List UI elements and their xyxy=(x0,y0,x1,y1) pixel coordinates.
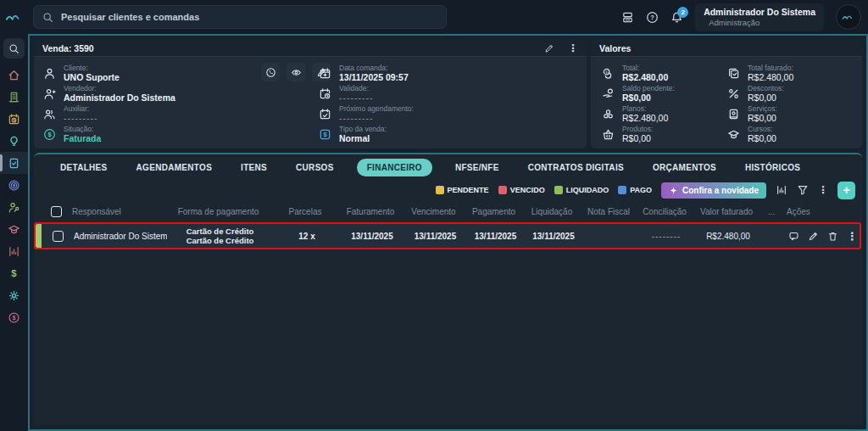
sidebar-item-automation[interactable] xyxy=(0,284,28,306)
tab-itens[interactable]: ITENS xyxy=(241,159,267,176)
field-value: R$0,00 xyxy=(622,133,653,144)
edit-icon[interactable] xyxy=(544,43,554,53)
tab-agendamentos[interactable]: AGENDAMENTOS xyxy=(136,159,213,176)
field-value: --------- xyxy=(64,113,97,124)
field-value: R$2.480,00 xyxy=(622,72,668,83)
field-value: R$0,00 xyxy=(748,92,784,104)
sidebar-item-courses[interactable] xyxy=(0,218,28,240)
main-content: Venda: 3590 ⋮ Cliente:UNO Suporte xyxy=(28,34,868,431)
user-name: Administrador Do Sistema xyxy=(704,7,815,18)
field-saldo-pendente: Saldo pendente:R$0,00 xyxy=(601,83,726,104)
user-menu[interactable]: Administrador Do Sistema Administração xyxy=(695,3,824,31)
bell-icon[interactable]: 2 xyxy=(670,11,683,24)
venda-title: Venda: 3590 xyxy=(42,43,94,53)
dollar-icon: $ xyxy=(8,267,20,280)
sidebar-item-reports[interactable] xyxy=(0,240,28,262)
valores-body: ¢ Total:R$2.480,00 Saldo pendente:R$0,00… xyxy=(591,57,862,148)
tab-orcamentos[interactable]: ORÇAMENTOS xyxy=(653,159,716,176)
venda-panel: Venda: 3590 ⋮ Cliente:UNO Suporte xyxy=(34,40,587,148)
comment-icon[interactable] xyxy=(788,231,799,242)
home-icon xyxy=(8,69,20,81)
legend-vencido: VENCIDO xyxy=(498,186,545,194)
tab-contratos-digitais[interactable]: CONTRATOS DIGITAIS xyxy=(528,159,624,176)
field-value: Normal xyxy=(339,133,387,144)
sidebar-item-targets[interactable] xyxy=(0,174,28,196)
col-liquidacao: Liquidação xyxy=(522,207,581,216)
field-cliente: Cliente:UNO Suporte xyxy=(42,63,297,83)
whatsapp-icon[interactable] xyxy=(261,63,280,81)
valores-panel-header: Valores xyxy=(591,40,862,57)
field-label: Produtos: xyxy=(622,125,653,133)
help-icon[interactable]: ? xyxy=(646,11,659,24)
services-icon xyxy=(726,108,740,120)
graduation-icon xyxy=(726,128,740,141)
sidebar-item-agenda[interactable] xyxy=(0,108,28,130)
col-acoes: Ações xyxy=(783,207,862,216)
field-total: ¢ Total:R$2.480,00 xyxy=(601,63,726,83)
topbar: ? 2 Administrador Do Sistema Administraç… xyxy=(0,0,868,34)
avatar[interactable] xyxy=(836,4,861,30)
sidebar-item-finance[interactable]: $ xyxy=(0,306,28,328)
novidade-button[interactable]: Confira a novidade xyxy=(661,182,766,199)
field-label: Situação: xyxy=(64,125,101,133)
bar-chart-icon[interactable] xyxy=(776,184,787,196)
search-input[interactable] xyxy=(61,12,437,22)
delete-icon[interactable] xyxy=(827,231,838,242)
sidebar: $ $ xyxy=(0,34,28,431)
hand-money-icon xyxy=(601,87,615,100)
sidebar-item-home[interactable] xyxy=(0,64,28,86)
kebab-menu-icon[interactable]: ⋮ xyxy=(818,185,828,195)
field-auxiliar: Auxiliar:--------- xyxy=(42,104,297,124)
tab-historicos[interactable]: HISTÓRICOS xyxy=(745,159,800,176)
percent-icon xyxy=(726,87,740,100)
field-situacao: $ Situação:Faturada xyxy=(42,124,297,144)
field-label: Saldo pendente: xyxy=(622,84,675,92)
tab-detalhes[interactable]: DETALHES xyxy=(60,159,108,176)
eye-icon[interactable] xyxy=(287,63,305,81)
cell-liquidacao: 13/11/2025 xyxy=(524,232,583,241)
target-icon xyxy=(8,179,20,192)
tab-financeiro[interactable]: FINANCEIRO xyxy=(357,159,432,176)
legend-label: PENDENTE xyxy=(448,186,489,194)
legend-color-swatch xyxy=(436,186,444,194)
sparkle-icon xyxy=(669,186,678,195)
printer-icon[interactable] xyxy=(621,11,634,24)
field-value: R$2.480,00 xyxy=(748,72,793,83)
global-search[interactable] xyxy=(33,5,447,29)
select-all-checkbox[interactable] xyxy=(51,206,62,217)
field-value: Faturada xyxy=(64,133,101,144)
graduation-icon xyxy=(8,223,20,236)
financeiro-table: Responsável Forma de pagamento Parcelas … xyxy=(34,200,862,425)
row-checkbox[interactable] xyxy=(53,231,64,242)
legend-label: VENCIDO xyxy=(510,186,545,194)
legend-pago: PAGO xyxy=(618,186,652,194)
field-label: Próximo agendamento: xyxy=(339,104,414,113)
field-label: Vendedor: xyxy=(64,84,175,92)
sidebar-search-button[interactable] xyxy=(3,38,25,59)
field-label: Serviços: xyxy=(748,104,777,113)
legend-color-swatch xyxy=(498,186,507,194)
user-icon xyxy=(42,67,56,80)
add-button[interactable]: + xyxy=(837,182,855,199)
sidebar-item-ideas[interactable] xyxy=(0,130,28,152)
tab-nfse-nfe[interactable]: NFSE/NFE xyxy=(455,159,499,176)
app-logo-icon xyxy=(0,11,28,23)
valores-title: Valores xyxy=(599,43,631,53)
field-descontos: Descontos:R$0,00 xyxy=(726,83,852,104)
table-row[interactable]: Administrador Do Sistema Cartão de Crédi… xyxy=(36,224,860,248)
edit-icon[interactable] xyxy=(808,231,819,242)
sidebar-item-people[interactable] xyxy=(0,196,28,218)
field-label: Cursos: xyxy=(748,125,776,133)
sidebar-item-orders[interactable] xyxy=(0,152,28,174)
filter-icon[interactable] xyxy=(797,184,809,196)
tab-cursos[interactable]: CURSOS xyxy=(296,159,334,176)
field-value: --------- xyxy=(339,113,414,124)
svg-text:$: $ xyxy=(13,315,16,322)
legend-label: LIQUIDADO xyxy=(566,186,609,194)
kebab-menu-icon[interactable]: ⋮ xyxy=(568,43,578,53)
sidebar-item-sales[interactable]: $ xyxy=(0,262,28,284)
coins-icon: ¢ xyxy=(601,67,615,80)
cell-parcelas: 12 x xyxy=(273,232,341,241)
sidebar-item-company[interactable] xyxy=(0,86,28,108)
kebab-menu-icon[interactable]: ⋮ xyxy=(847,231,858,242)
